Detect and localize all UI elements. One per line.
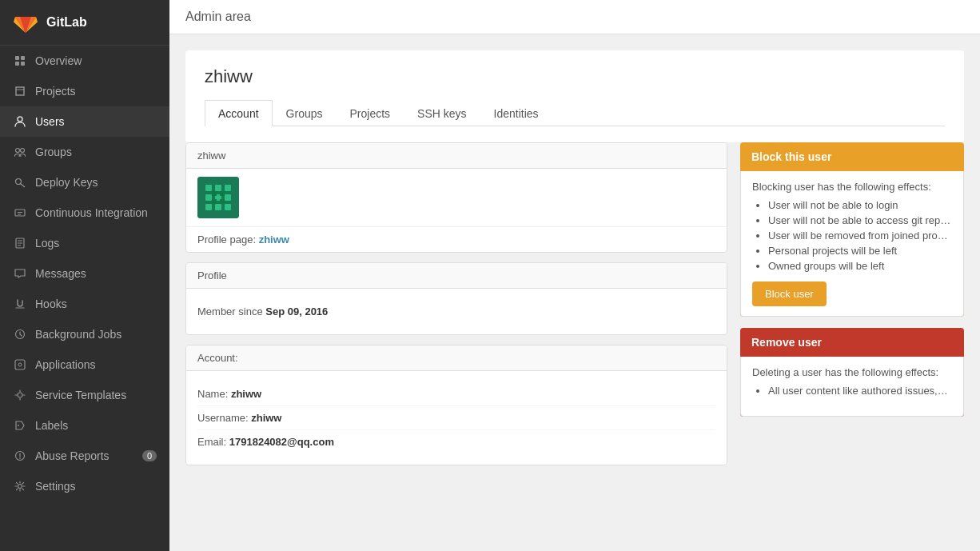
svg-point-6 bbox=[21, 149, 25, 153]
svg-rect-29 bbox=[212, 199, 217, 204]
avatar bbox=[197, 177, 239, 218]
page-title: Admin area bbox=[185, 10, 251, 23]
main-content: Admin area zhiww Account Groups Projects… bbox=[169, 0, 980, 551]
sidebar-item-overview[interactable]: Overview bbox=[0, 46, 169, 76]
svg-rect-19 bbox=[215, 185, 221, 191]
name-row: Name: zhiww bbox=[197, 382, 715, 406]
sidebar-item-abuse-reports-label: Abuse Reports bbox=[35, 449, 110, 462]
profile-page-link: Profile page: zhiww bbox=[186, 226, 727, 252]
top-bar: Admin area bbox=[169, 0, 980, 34]
app-name: GitLab bbox=[46, 15, 87, 30]
svg-rect-28 bbox=[220, 191, 225, 196]
svg-rect-3 bbox=[21, 62, 25, 66]
sidebar-item-applications[interactable]: Applications bbox=[0, 349, 169, 380]
svg-rect-27 bbox=[212, 191, 217, 196]
tab-projects[interactable]: Projects bbox=[337, 100, 404, 126]
remove-effect-1: All user content like authored issues,… bbox=[768, 385, 952, 397]
svg-rect-25 bbox=[215, 204, 221, 210]
member-since-label: Member since bbox=[197, 305, 263, 317]
messages-icon bbox=[13, 266, 27, 281]
sidebar-item-settings-label: Settings bbox=[35, 480, 76, 493]
sidebar-item-projects-label: Projects bbox=[35, 85, 76, 98]
overview-icon bbox=[13, 54, 27, 68]
member-since-value: Sep 09, 2016 bbox=[265, 305, 328, 317]
sidebar-item-users[interactable]: Users bbox=[0, 106, 169, 137]
service-icon bbox=[13, 388, 27, 402]
account-info-body: Name: zhiww Username: zhiww Email: 17918… bbox=[186, 371, 727, 465]
block-effect-3: User will be removed from joined pro… bbox=[768, 230, 952, 242]
sidebar-item-deploy-keys-label: Deploy Keys bbox=[35, 176, 98, 189]
sidebar-item-deploy-keys[interactable]: Deploy Keys bbox=[0, 167, 169, 198]
sidebar-item-service-templates[interactable]: Service Templates bbox=[0, 380, 169, 410]
sidebar-item-background-jobs[interactable]: Background Jobs bbox=[0, 319, 169, 349]
profile-section-body: Member since Sep 09, 2016 bbox=[186, 289, 727, 334]
sidebar-item-projects[interactable]: Projects bbox=[0, 76, 169, 106]
email-value: 1791824082@qq.com bbox=[229, 436, 334, 448]
sidebar-item-applications-label: Applications bbox=[35, 358, 96, 371]
sidebar-item-ci-label: Continuous Integration bbox=[35, 206, 148, 219]
svg-rect-18 bbox=[205, 185, 212, 191]
user-username-heading: zhiww bbox=[205, 66, 945, 87]
account-info-section: Account: Name: zhiww Username: zhiww Ema… bbox=[185, 345, 727, 465]
ci-icon bbox=[13, 206, 27, 220]
sidebar-item-abuse-reports[interactable]: Abuse Reports 0 bbox=[0, 441, 169, 471]
sidebar-item-groups[interactable]: Groups bbox=[0, 137, 169, 167]
svg-rect-21 bbox=[205, 194, 212, 201]
avatar-area bbox=[186, 169, 727, 226]
block-user-panel-body: Blocking user has the following effects:… bbox=[740, 171, 964, 317]
svg-point-12 bbox=[18, 363, 22, 366]
email-row: Email: 1791824082@qq.com bbox=[197, 430, 715, 453]
sidebar-item-hooks[interactable]: Hooks bbox=[0, 289, 169, 319]
name-value: zhiww bbox=[231, 388, 261, 400]
svg-rect-2 bbox=[15, 62, 19, 66]
block-user-button[interactable]: Block user bbox=[752, 281, 827, 306]
tab-groups[interactable]: Groups bbox=[273, 100, 337, 126]
sidebar-logo[interactable]: GitLab bbox=[0, 0, 169, 46]
content-area: zhiww Account Groups Projects SSH keys I… bbox=[169, 34, 980, 551]
svg-point-13 bbox=[18, 393, 22, 397]
block-effects-list: User will not be able to login User will… bbox=[752, 199, 952, 272]
tab-account[interactable]: Account bbox=[205, 100, 273, 126]
email-label: Email: bbox=[197, 436, 226, 448]
svg-rect-1 bbox=[21, 56, 25, 60]
deploy-keys-icon bbox=[13, 175, 27, 190]
remove-user-panel: Remove user Deleting a user has the foll… bbox=[740, 328, 964, 417]
svg-rect-30 bbox=[220, 199, 225, 204]
sidebar-item-logs[interactable]: Logs bbox=[0, 228, 169, 258]
username-value: zhiww bbox=[251, 412, 281, 424]
profile-section: Profile Member since Sep 09, 2016 bbox=[185, 262, 727, 335]
labels-icon bbox=[13, 418, 27, 433]
projects-icon bbox=[13, 84, 27, 98]
sidebar-item-settings[interactable]: Settings bbox=[0, 471, 169, 501]
sidebar-item-ci[interactable]: Continuous Integration bbox=[0, 198, 169, 228]
jobs-icon bbox=[13, 327, 27, 341]
profile-page-username[interactable]: zhiww bbox=[259, 234, 289, 246]
tab-ssh-keys[interactable]: SSH keys bbox=[404, 100, 480, 126]
svg-rect-23 bbox=[225, 194, 231, 201]
abuse-icon bbox=[13, 449, 27, 463]
remove-user-panel-body: Deleting a user has the following effect… bbox=[740, 357, 964, 417]
svg-point-16 bbox=[18, 485, 22, 489]
block-effect-1: User will not be able to login bbox=[768, 199, 952, 211]
block-effect-2: User will not be able to access git rep… bbox=[768, 214, 952, 226]
remove-user-panel-header: Remove user bbox=[740, 328, 964, 357]
applications-icon bbox=[13, 357, 27, 372]
sidebar: GitLab Overview Projects Users Groups De… bbox=[0, 0, 169, 551]
tab-identities[interactable]: Identities bbox=[480, 100, 552, 126]
sidebar-item-users-label: Users bbox=[35, 115, 65, 128]
username-label: Username: bbox=[197, 412, 249, 424]
svg-point-14 bbox=[18, 425, 19, 426]
block-user-panel: Block this user Blocking user has the fo… bbox=[740, 142, 964, 317]
account-section: zhiww bbox=[185, 142, 727, 253]
settings-icon bbox=[13, 479, 27, 493]
svg-rect-11 bbox=[15, 360, 25, 369]
sidebar-item-messages-label: Messages bbox=[35, 267, 86, 280]
sidebar-item-labels[interactable]: Labels bbox=[0, 410, 169, 441]
svg-rect-24 bbox=[205, 204, 212, 210]
right-column: Block this user Blocking user has the fo… bbox=[740, 142, 964, 475]
sidebar-item-messages[interactable]: Messages bbox=[0, 258, 169, 289]
sidebar-item-background-jobs-label: Background Jobs bbox=[35, 328, 122, 341]
sidebar-item-hooks-label: Hooks bbox=[35, 297, 67, 310]
svg-rect-20 bbox=[225, 185, 231, 191]
groups-icon bbox=[13, 145, 27, 159]
